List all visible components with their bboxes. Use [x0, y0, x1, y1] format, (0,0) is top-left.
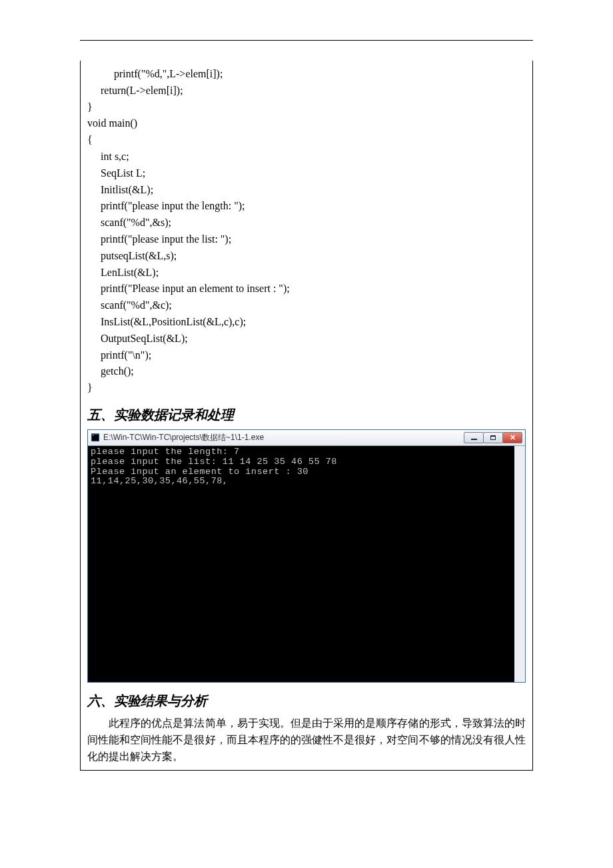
- code-line: printf("please input the length: ");: [87, 200, 245, 211]
- code-line: void main(): [87, 117, 137, 129]
- terminal-app-icon: [91, 433, 100, 442]
- content-frame: printf("%d,",L->elem[i]); return(L->elem…: [80, 61, 533, 771]
- code-line: int s,c;: [87, 151, 129, 162]
- document-page: printf("%d,",L->elem[i]); return(L->elem…: [0, 0, 613, 868]
- code-line: printf("please input the list: ");: [87, 233, 231, 245]
- code-line: SeqList L;: [87, 167, 145, 179]
- code-line: scanf("%d",&c);: [87, 299, 172, 311]
- code-line: printf("Please input an element to inser…: [87, 283, 290, 294]
- code-block: printf("%d,",L->elem[i]); return(L->elem…: [87, 66, 526, 397]
- section-6-body-text: 此程序的优点是算法简单，易于实现。但是由于采用的是顺序存储的形式，导致算法的时间…: [87, 717, 526, 762]
- code-line: {: [87, 134, 93, 145]
- close-button[interactable]: ✕: [502, 432, 522, 443]
- terminal-titlebar[interactable]: E:\Win-TC\Win-TC\projects\数据结~1\1-1.exe …: [88, 430, 525, 446]
- maximize-button[interactable]: [483, 432, 503, 443]
- code-line: InsList(&L,PositionList(&L,c),c);: [87, 316, 246, 327]
- section-6-body: 此程序的优点是算法简单，易于实现。但是由于采用的是顺序存储的形式，导致算法的时间…: [87, 715, 526, 765]
- window-controls: ✕: [464, 432, 522, 443]
- code-line: }: [87, 101, 93, 113]
- code-line: Initlist(&L);: [87, 184, 153, 195]
- code-line: OutputSeqList(&L);: [87, 333, 188, 344]
- section-6-heading: 六、实验结果与分析: [87, 692, 526, 710]
- code-line: return(L->elem[i]);: [87, 85, 183, 96]
- code-line: printf("%d,",L->elem[i]);: [87, 68, 223, 79]
- code-line: scanf("%d",&s);: [87, 217, 171, 228]
- code-line: }: [87, 382, 93, 393]
- section-5-heading: 五、实验数据记录和处理: [87, 406, 526, 424]
- header-rule: [80, 40, 533, 41]
- code-line: LenList(&L);: [87, 267, 159, 278]
- svg-rect-2: [93, 435, 95, 436]
- code-line: getch();: [87, 365, 134, 377]
- terminal-output: please input the length: 7 please input …: [88, 446, 525, 682]
- close-icon: ✕: [510, 434, 516, 441]
- terminal-window: E:\Win-TC\Win-TC\projects\数据结~1\1-1.exe …: [87, 429, 526, 683]
- minimize-button[interactable]: [464, 432, 484, 443]
- code-line: printf("\n");: [87, 349, 151, 361]
- terminal-title-text: E:\Win-TC\Win-TC\projects\数据结~1\1-1.exe: [103, 432, 461, 443]
- code-line: putseqList(&L,s);: [87, 250, 177, 261]
